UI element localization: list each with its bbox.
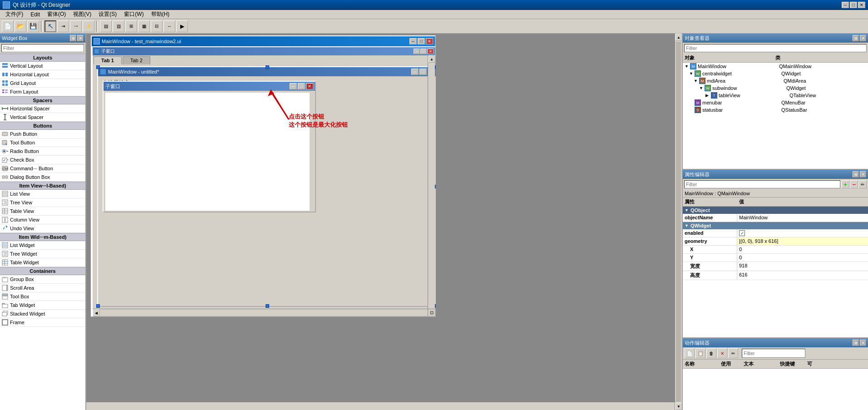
- widget-dialog-button-box[interactable]: Dialog Button Box: [0, 173, 85, 182]
- outer-minimize-btn[interactable]: ─: [409, 38, 417, 44]
- sub-h-scrollbar[interactable]: ◀: [93, 309, 428, 316]
- widget-grid-layout[interactable]: Grid Layout: [0, 79, 85, 88]
- tab-order-button[interactable]: ⇥: [57, 20, 69, 32]
- widget-box-float-btn[interactable]: ⊞: [70, 35, 76, 41]
- save-button[interactable]: 💾: [27, 20, 39, 32]
- action-filter-input[interactable]: [742, 349, 805, 358]
- scrollbar-up-btn[interactable]: ▲: [675, 34, 682, 41]
- sub-minimize-btn[interactable]: ─: [414, 49, 420, 54]
- obj-expand-subwindow[interactable]: ▼: [699, 86, 705, 90]
- resize-e[interactable]: [435, 185, 436, 188]
- widget-undo-view[interactable]: Undo View: [0, 224, 85, 233]
- widget-group-box[interactable]: Grp Group Box: [0, 275, 85, 284]
- tab-2[interactable]: Tab 2: [123, 56, 150, 64]
- widget-form-layout[interactable]: Form Layout: [0, 88, 85, 96]
- obj-inspector-close-btn[interactable]: ✕: [860, 35, 866, 41]
- resize-nw[interactable]: [96, 65, 100, 69]
- resize-se[interactable]: [435, 304, 436, 308]
- widget-v-spacer[interactable]: Vertical Spacer: [0, 113, 85, 122]
- widget-check-box[interactable]: ✓ Check Box: [0, 156, 85, 164]
- minimize-button[interactable]: ─: [842, 2, 849, 8]
- obj-row-mainwindow[interactable]: ▼ M MainWindow QMainWindow: [683, 63, 868, 70]
- action-editor-close-btn[interactable]: ✕: [860, 340, 866, 346]
- sub-close-btn[interactable]: ✕: [427, 49, 434, 54]
- widget-list-widget[interactable]: List Widget: [0, 241, 85, 250]
- inner-minimize-btn[interactable]: ─: [411, 69, 419, 75]
- new-button[interactable]: 📄: [2, 20, 14, 32]
- outer-close-btn[interactable]: ✕: [426, 38, 433, 44]
- widget-tree-widget[interactable]: Tree Widget: [0, 250, 85, 258]
- resize-sw[interactable]: [96, 304, 100, 308]
- obj-expand-mainwindow[interactable]: ▼: [685, 64, 690, 69]
- widget-h-spacer[interactable]: Horizontal Spacer: [0, 104, 85, 113]
- obj-row-mdiarea[interactable]: ▼ M mdiArea QMdiArea: [683, 77, 868, 84]
- v-scroll-up[interactable]: ▲: [428, 55, 435, 63]
- sub-v-scrollbar[interactable]: ▲: [428, 55, 435, 309]
- menu-form[interactable]: 窗体(O): [44, 10, 69, 19]
- layout-break-button[interactable]: ⊟: [151, 20, 163, 32]
- prop-edit-btn[interactable]: ✏: [858, 180, 867, 188]
- action-copy-btn[interactable]: 📋: [695, 348, 705, 358]
- obj-expand-mdiarea[interactable]: ▼: [694, 79, 699, 83]
- widget-table-widget[interactable]: Table Widget: [0, 258, 85, 267]
- action-delete-btn[interactable]: 🗑: [706, 348, 716, 358]
- prop-add-btn[interactable]: +: [841, 180, 849, 188]
- widget-scroll-area[interactable]: Scroll Area: [0, 284, 85, 292]
- menu-window[interactable]: 窗口(W): [120, 10, 147, 19]
- layout-h-button[interactable]: ▤: [100, 20, 112, 32]
- outer-maximize-btn[interactable]: □: [418, 38, 425, 44]
- widget-stacked-widget[interactable]: Stacked Widget: [0, 310, 85, 318]
- signal-slot-button[interactable]: ⚡: [83, 20, 94, 32]
- enabled-checkbox[interactable]: [739, 230, 745, 236]
- prop-filter-input[interactable]: [684, 180, 840, 188]
- action-editor-float-btn[interactable]: ⊞: [853, 340, 859, 346]
- widget-column-view[interactable]: Column View: [0, 216, 85, 224]
- h-scroll-left[interactable]: ◀: [93, 309, 100, 316]
- action-edit-btn[interactable]: ✏: [728, 348, 738, 358]
- resize-n[interactable]: [266, 65, 269, 69]
- menu-help[interactable]: 帮助(H): [148, 10, 173, 19]
- widget-tab-widget[interactable]: Tab Widget: [0, 301, 85, 310]
- obj-row-tableview[interactable]: ▶ T tableView QTableView: [683, 92, 868, 99]
- prop-remove-btn[interactable]: −: [850, 180, 858, 188]
- inner-maximize-btn[interactable]: □: [419, 69, 427, 75]
- widget-command-button[interactable]: CMD Command··· Button: [0, 164, 85, 173]
- obj-row-centralwidget[interactable]: ▼ W centralwidget QWidget: [683, 70, 868, 77]
- widget-push-button[interactable]: Push Button: [0, 130, 85, 138]
- menu-settings[interactable]: 设置(S): [95, 10, 120, 19]
- layout-v-button[interactable]: ▥: [113, 20, 124, 32]
- layout-form-button[interactable]: ▦: [138, 20, 150, 32]
- tab-1[interactable]: Tab 1: [94, 56, 122, 64]
- open-button[interactable]: 📂: [15, 20, 26, 32]
- close-button[interactable]: ✕: [858, 2, 865, 8]
- preview-button[interactable]: ▶: [176, 20, 188, 32]
- layout-grid-button[interactable]: ⊞: [125, 20, 137, 32]
- inner-sub-maximize-btn[interactable]: □: [298, 83, 305, 89]
- obj-row-statusbar[interactable]: ▶ S statusbar QStatusBar: [683, 106, 868, 114]
- buddy-button[interactable]: ⤏: [70, 20, 82, 32]
- widget-tool-button[interactable]: Tool Button: [0, 138, 85, 147]
- resize-ne[interactable]: [435, 65, 436, 69]
- menu-edit[interactable]: Edit: [27, 10, 44, 19]
- inner-sub-minimize-btn[interactable]: ─: [290, 83, 297, 89]
- widget-vertical-layout[interactable]: Vertical Layout: [0, 62, 85, 70]
- menu-view[interactable]: 视图(V): [69, 10, 95, 19]
- obj-row-menubar[interactable]: ▶ M menubar QMenuBar: [683, 99, 868, 106]
- widget-radio-button[interactable]: Radio Button: [0, 147, 85, 156]
- widget-table-view[interactable]: Table View: [0, 207, 85, 216]
- widget-box-filter-input[interactable]: [1, 44, 84, 52]
- action-remove-btn[interactable]: ✕: [717, 348, 727, 358]
- cursor-button[interactable]: ↖: [44, 20, 56, 32]
- widget-box-close-btn[interactable]: ✕: [77, 35, 84, 41]
- maximize-button[interactable]: □: [850, 2, 857, 8]
- obj-filter-input[interactable]: [684, 44, 867, 52]
- widget-list-view[interactable]: List View: [0, 190, 85, 198]
- adjust-size-button[interactable]: ↔: [163, 20, 175, 32]
- prop-editor-close-btn[interactable]: ✕: [860, 171, 866, 178]
- widget-horizontal-layout[interactable]: Horizontal Layout: [0, 70, 85, 79]
- obj-inspector-float-btn[interactable]: ⊞: [853, 35, 859, 41]
- inner-sub-close-btn[interactable]: ✕: [306, 83, 313, 89]
- scrollbar-down-btn[interactable]: ▼: [675, 403, 682, 410]
- prop-editor-float-btn[interactable]: ⊞: [853, 171, 859, 178]
- design-area-scrollbar-v[interactable]: ▲ ▼: [675, 34, 682, 410]
